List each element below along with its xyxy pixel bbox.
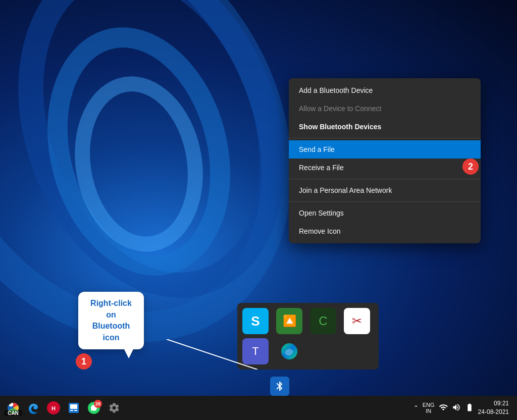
region-text: IN	[426, 408, 431, 414]
date-display: 24-08-2021	[478, 408, 509, 416]
whatsapp-badge: 28	[94, 400, 102, 408]
svg-text:H: H	[51, 405, 56, 411]
menu-receive-file[interactable]: Receive a File	[289, 159, 481, 177]
menu-allow-connect: Allow a Device to Connect	[289, 99, 481, 118]
can-label: CAN	[4, 410, 22, 416]
show-hidden-icons[interactable]: ⌃	[413, 404, 419, 411]
menu-divider	[289, 138, 481, 138]
lang-text: ENG	[423, 402, 435, 408]
systray-popup: S 🔼 C ✂ T	[237, 303, 379, 370]
svg-rect-7	[70, 404, 77, 409]
app3-tray-icon[interactable]: C	[310, 308, 336, 334]
taskbar-snipping[interactable]	[65, 399, 83, 417]
menu-join-network[interactable]: Join a Personal Area Network	[289, 181, 481, 199]
menu-divider2	[289, 179, 481, 179]
tooltip-line3: Bluetooth	[92, 322, 130, 330]
skype-tray-icon[interactable]: S	[242, 308, 269, 334]
menu-show-bluetooth[interactable]: Show Bluetooth Devices	[289, 118, 481, 136]
time-display: 09:21	[494, 399, 509, 408]
menu-add-bluetooth[interactable]: Add a Bluetooth Device	[289, 81, 481, 99]
menu-remove-icon[interactable]: Remove Icon	[289, 222, 481, 240]
datetime[interactable]: 09:21 24-08-2021	[478, 399, 509, 416]
taskbar-chrome[interactable]: CAN	[4, 399, 22, 417]
badge-2-circle: 2	[462, 159, 479, 175]
tooltip-line2: on	[106, 310, 116, 319]
taskbar-edge[interactable]	[24, 399, 42, 417]
menu-open-settings[interactable]: Open Settings	[289, 204, 481, 222]
taskbar-huawei[interactable]: H	[44, 399, 63, 417]
taskbar-right: ⌃ ENG IN 09:21 24-08-2021	[413, 399, 513, 416]
menu-divider3	[289, 201, 481, 202]
tooltip-line4: icon	[103, 333, 120, 342]
step-badge-1: 1	[76, 353, 92, 370]
instruction-tooltip: Right-click on Bluetooth icon	[78, 292, 144, 349]
app2-tray-icon[interactable]: 🔼	[276, 308, 302, 334]
badge-1-circle: 1	[76, 353, 92, 370]
step-badge-2: 2	[462, 159, 479, 175]
taskbar-settings[interactable]	[105, 399, 123, 417]
teams-tray-icon[interactable]: T	[242, 338, 269, 364]
svg-rect-9	[74, 410, 77, 411]
wifi-icon[interactable]	[439, 403, 448, 413]
battery-icon[interactable]	[465, 403, 474, 413]
bluetooth-context-menu: Add a Bluetooth Device Allow a Device to…	[289, 78, 481, 243]
bluetooth-taskbar-icon[interactable]	[270, 377, 289, 396]
app4-tray-icon[interactable]: ✂	[344, 308, 370, 334]
edge-tray-icon[interactable]	[276, 338, 302, 364]
tooltip-line1: Right-click	[90, 299, 132, 307]
language-indicator[interactable]: ENG IN	[423, 402, 435, 414]
taskbar-whatsapp[interactable]: 28	[85, 399, 103, 417]
menu-send-file[interactable]: Send a File	[289, 140, 481, 159]
volume-icon[interactable]	[452, 403, 461, 413]
taskbar: CAN H	[0, 396, 517, 420]
svg-rect-8	[70, 410, 73, 411]
taskbar-left: CAN H	[4, 399, 413, 417]
